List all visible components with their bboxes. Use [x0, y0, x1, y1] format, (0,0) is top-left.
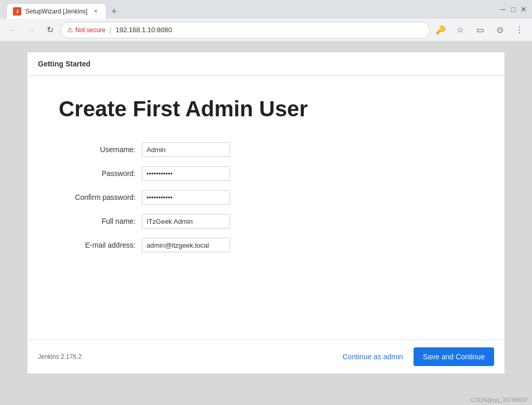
username-label: Username: [59, 145, 142, 154]
not-secure-label: Not secure [75, 26, 105, 34]
fullname-label: Full name: [59, 217, 142, 225]
address-url: 192.168.1.10:8080 [115, 26, 171, 34]
address-bar[interactable]: ⚠ Not secure | 192.168.1.10:8080 [60, 22, 430, 38]
profile-icon[interactable]: ⊙ [491, 22, 508, 38]
tab-close-button[interactable]: ✕ [91, 7, 100, 16]
refresh-button[interactable]: ↻ [42, 22, 58, 38]
title-bar: J SetupWizard [Jenkins] ✕ + ─ □ ✕ [0, 0, 532, 19]
bookmark-icon[interactable]: ☆ [452, 22, 469, 38]
password-row: Password: [59, 166, 473, 181]
menu-icon[interactable]: ⋮ [511, 22, 528, 38]
address-separator: | [110, 26, 111, 34]
warning-icon: ⚠ [67, 26, 73, 34]
forward-button[interactable]: → [23, 22, 39, 38]
card-footer: Jenkins 2.176.2 Continue as admin Save a… [28, 340, 504, 373]
fullname-row: Full name: [59, 214, 473, 228]
email-label: E-mail address: [59, 241, 142, 249]
confirm-password-label: Confirm password: [59, 193, 142, 201]
tab-favicon: J [13, 7, 21, 16]
card-body: Create First Admin User Username: Passwo… [28, 76, 504, 340]
browser-toolbar: ← → ↻ ⚠ Not secure | 192.168.1.10:8080 🔑… [0, 19, 532, 42]
continue-as-admin-button[interactable]: Continue as admin [342, 353, 403, 361]
page-content: Getting Started Create First Admin User … [0, 42, 532, 405]
save-and-continue-button[interactable]: Save and Continue [414, 347, 494, 366]
username-input[interactable] [142, 142, 230, 157]
browser-tab[interactable]: J SetupWizard [Jenkins] ✕ [6, 3, 107, 19]
card-header: Getting Started [28, 52, 504, 76]
window-controls: ─ □ ✕ [499, 5, 528, 14]
confirm-password-input[interactable] [142, 190, 230, 205]
key-icon[interactable]: 🔑 [432, 22, 449, 38]
footer-actions: Continue as admin Save and Continue [342, 347, 494, 366]
confirm-password-row: Confirm password: [59, 190, 473, 205]
jenkins-version: Jenkins 2.176.2 [38, 353, 82, 360]
password-input[interactable] [142, 166, 230, 181]
password-label: Password: [59, 169, 142, 178]
cast-icon[interactable]: ▭ [472, 22, 488, 38]
close-window-button[interactable]: ✕ [520, 5, 528, 14]
tab-title: SetupWizard [Jenkins] [25, 8, 87, 15]
card-header-text: Getting Started [38, 60, 90, 68]
setup-card: Getting Started Create First Admin User … [27, 52, 505, 374]
restore-button[interactable]: □ [509, 5, 517, 14]
email-input[interactable] [142, 238, 230, 252]
back-button[interactable]: ← [4, 22, 21, 38]
email-row: E-mail address: [59, 238, 473, 252]
watermark: CSDN@qq_35788837 [471, 397, 528, 403]
page-title: Create First Admin User [59, 97, 473, 122]
toolbar-right-icons: 🔑 ☆ ▭ ⊙ ⋮ [432, 22, 528, 38]
fullname-input[interactable] [142, 214, 230, 228]
username-row: Username: [59, 142, 473, 157]
minimize-button[interactable]: ─ [499, 5, 507, 14]
new-tab-button[interactable]: + [107, 4, 121, 19]
not-secure-indicator: ⚠ Not secure [67, 26, 105, 34]
